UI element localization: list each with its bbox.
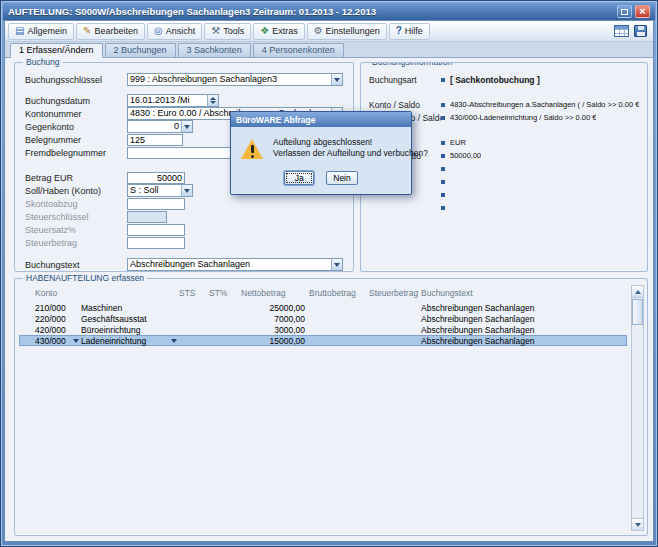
dialog-message-line1: Aufteilung abgeschlossen!: [273, 137, 428, 148]
gegenkonto-label: Gegenkonto: [25, 122, 127, 132]
cell-name[interactable]: Ladeneinrichtung: [81, 336, 177, 346]
steuerbetrag-input[interactable]: [127, 237, 185, 249]
restore-icon: [621, 9, 628, 15]
konto-saldo-value: 4830-Abschreibungen a.Sachanlagen ( / Sa…: [450, 100, 639, 109]
steuersatz-input[interactable]: [127, 224, 185, 236]
chevron-down-icon[interactable]: [171, 339, 177, 343]
sollhaben-select[interactable]: S : Soll: [127, 184, 193, 197]
gegenkonto-select[interactable]: 0: [127, 120, 193, 133]
help-icon: ?: [396, 26, 402, 36]
cell-netto: 7000,00: [241, 314, 307, 324]
col-stp: ST%: [209, 288, 239, 298]
tab-sachkonten[interactable]: 3 Sachkonten: [178, 43, 251, 57]
combo-value: S : Soll: [128, 185, 181, 196]
buchungsschluessel-label: Buchungsschlüssel: [25, 75, 127, 85]
dialog-title-bar[interactable]: BüroWARE Abfrage: [231, 112, 411, 127]
menu-label: Bearbeiten: [94, 26, 138, 36]
belegnummer-input[interactable]: [127, 134, 183, 146]
bullet-icon: [441, 154, 445, 158]
save-icon[interactable]: [634, 25, 647, 37]
menu-allgemein[interactable]: ▤Allgemein: [8, 23, 74, 40]
menu-label: Allgemein: [27, 26, 67, 36]
tab-erfassen-aendern[interactable]: 1 Erfassen/Ändern: [10, 43, 103, 58]
bullet-icon: [441, 116, 445, 120]
close-button[interactable]: [635, 5, 650, 18]
app-window: AUFTEILUNG: S000W/Abschreibungen Sachanl…: [0, 0, 658, 547]
skontoabzug-input[interactable]: [127, 198, 185, 210]
table-row[interactable]: 210/000 Maschinen 25000,00 Abschreibunge…: [19, 302, 627, 313]
buchungsdatum-label: Buchungsdatum: [25, 96, 127, 106]
chevron-down-icon[interactable]: [181, 121, 192, 132]
buchungsinformation-legend: Buchungsinformation: [369, 62, 455, 67]
waehrung-value: EUR: [450, 138, 466, 147]
cell-name: Maschinen: [81, 303, 177, 313]
dialog-body: Aufteilung abgeschlossen! Verlassen der …: [231, 127, 411, 196]
no-button[interactable]: Nein: [326, 171, 357, 185]
bullet-icon: [441, 103, 445, 107]
table-row[interactable]: 220/000 Geschäftsausstat 7000,00 Abschre…: [19, 313, 627, 324]
betrag-input[interactable]: [127, 172, 185, 184]
vertical-scrollbar[interactable]: [631, 285, 644, 531]
menu-label: Extras: [272, 26, 298, 36]
summe-netto-value: 50000,00: [450, 151, 481, 160]
yes-button[interactable]: Ja: [284, 171, 314, 185]
cell-text: Abschreibungen Sachanlagen: [421, 303, 627, 313]
bullet-icon: [441, 167, 445, 171]
menu-label: Ansicht: [166, 26, 196, 36]
menu-hilfe[interactable]: ?Hilfe: [389, 23, 430, 40]
fremdbelegnummer-label: Fremdbelegnummer: [25, 148, 127, 158]
maximize-button[interactable]: [617, 5, 632, 18]
menu-einstellungen[interactable]: ⚙Einstellungen: [307, 23, 387, 40]
col-netto: Nettobetrag: [241, 288, 307, 298]
menu-extras[interactable]: ❖Extras: [253, 23, 304, 40]
aufteilung-table: Konto STS ST% Nettobetrag Bruttobetrag S…: [19, 287, 627, 346]
warning-icon: [241, 139, 265, 161]
grid-icon[interactable]: [614, 25, 629, 37]
buchungsschluessel-select[interactable]: 999 : Abschreibungen Sachanlagen3: [127, 73, 343, 86]
table-row[interactable]: 420/000 Büroeinrichtung 3000,00 Abschrei…: [19, 324, 627, 335]
chevron-down-icon[interactable]: [331, 74, 342, 85]
steuerschluessel-input: [127, 211, 167, 223]
cell-text: Abschreibungen Sachanlagen: [421, 314, 627, 324]
col-text: Buchungstext: [421, 288, 627, 298]
spinner-icon[interactable]: [207, 95, 218, 106]
konto-saldo-label: Konto / Saldo: [369, 100, 441, 110]
toolbar: ▤Allgemein ✎Bearbeiten ◎Ansicht ⚒Tools ❖…: [5, 21, 653, 42]
cell-konto[interactable]: 430/000: [35, 336, 79, 346]
dialog-title: BüroWARE Abfrage: [236, 115, 316, 125]
kontonummer-label: Kontonummer: [25, 109, 127, 119]
buchungstext-select[interactable]: Abschreibungen Sachanlagen: [127, 258, 343, 271]
scroll-down-button[interactable]: [632, 518, 643, 530]
cell-name-value: Ladeneinrichtung: [81, 336, 146, 346]
bullet-icon: [441, 193, 445, 197]
menu-tools[interactable]: ⚒Tools: [204, 23, 251, 40]
buchungsdatum-input[interactable]: 16.01.2013 /Mi: [127, 94, 219, 107]
warning-exclamation: [251, 145, 254, 159]
cell-text: Abschreibungen Sachanlagen: [421, 336, 627, 346]
chevron-down-icon[interactable]: [331, 259, 342, 270]
tab-buchungen[interactable]: 2 Buchungen: [105, 43, 176, 57]
bullet-icon: [441, 206, 445, 210]
scroll-up-button[interactable]: [632, 286, 643, 298]
tab-personenkonten[interactable]: 4 Personenkonten: [253, 43, 344, 57]
sollhaben-label: Soll/Haben (Konto): [25, 186, 127, 196]
tools-icon: ⚒: [211, 26, 220, 36]
dialog-bueroware-abfrage: BüroWARE Abfrage Aufteilung abgeschlosse…: [230, 111, 412, 195]
table-row-selected[interactable]: 430/000 Ladeneinrichtung 15000,00 Abschr…: [19, 335, 627, 346]
form-icon: ▤: [15, 26, 24, 36]
steuersatz-label: Steuersatz%: [25, 225, 127, 235]
belegnummer-label: Belegnummer: [25, 135, 127, 145]
combo-value: 0: [128, 121, 181, 132]
menu-bearbeiten[interactable]: ✎Bearbeiten: [76, 23, 145, 40]
close-icon: [639, 6, 645, 17]
cell-konto: 220/000: [35, 314, 79, 324]
title-bar[interactable]: AUFTEILUNG: S000W/Abschreibungen Sachanl…: [3, 3, 655, 20]
chevron-down-icon[interactable]: [73, 339, 79, 343]
buchungstext-label: Buchungstext: [25, 260, 127, 270]
buchung-legend: Buchung: [23, 57, 63, 67]
bullet-icon: [441, 180, 445, 184]
scroll-thumb[interactable]: [632, 299, 643, 325]
chevron-down-icon[interactable]: [181, 185, 192, 196]
skontoabzug-label: Skontoabzug: [25, 199, 127, 209]
menu-ansicht[interactable]: ◎Ansicht: [147, 23, 202, 40]
